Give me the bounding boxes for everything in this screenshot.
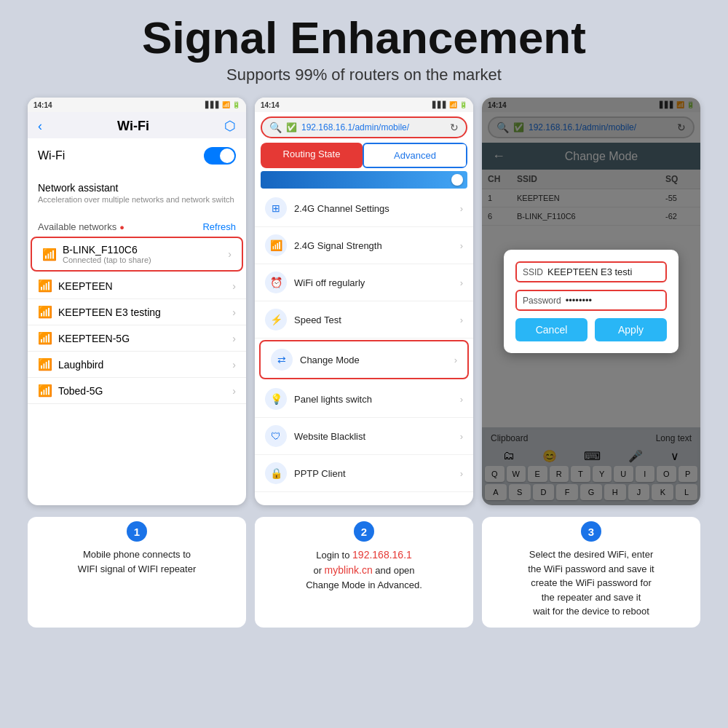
wifi-network-keepteen[interactable]: 📶 KEEPTEEN › (28, 273, 246, 299)
menu-item-speed-test[interactable]: ⚡ Speed Test › (255, 301, 473, 339)
modal-overlay: SSID KEEPTEEN E3 testi Password ••••••••… (482, 98, 700, 505)
chevron-change-mode: › (454, 355, 457, 365)
wifi-toggle-row: Wi-Fi (28, 138, 246, 173)
steps-row: 1 Mobile phone connects toWIFI signal of… (0, 511, 728, 635)
pptp-icon: 🔒 (265, 462, 287, 484)
phone2-network-icons: ▋▋▋ 📶 🔋 (432, 101, 467, 108)
main-subtitle: Supports 99% of routers on the market (7, 66, 721, 84)
chevron-panel: › (460, 394, 463, 405)
step-1-text: Mobile phone connects toWIFI signal of W… (28, 543, 246, 585)
wifi-icon-0: 📶 (38, 279, 52, 293)
wifi-off-icon: ⏰ (265, 272, 287, 293)
connected-network-info: B-LINK_F110C6 Connected (tap to share) (63, 244, 151, 264)
menu-item-panel-lights[interactable]: 💡 Panel lights switch › (255, 381, 473, 418)
menu-item-signal[interactable]: 📶 2.4G Signal Strength › (255, 227, 473, 264)
available-networks-label: Available networks ● (38, 221, 124, 232)
step-2-number-container: 2 (255, 517, 473, 543)
password-label: Password (523, 296, 561, 306)
change-mode-icon: ⇄ (271, 349, 293, 371)
wifi-network-laughbird[interactable]: 📶 Laughbird › (28, 352, 246, 378)
phones-row: 14:14 ▋▋▋ 📶 🔋 ‹ Wi-Fi ⬡ Wi-Fi Network as… (0, 90, 728, 511)
phone1-network-icons: ▋▋▋ 📶 🔋 (205, 101, 240, 108)
wifi-toggle[interactable] (204, 147, 236, 165)
step-2-box: 2 Login to 192.168.16.1 or myblink.cn an… (255, 517, 473, 628)
menu-item-channel[interactable]: ⊞ 2.4G Channel Settings › (255, 190, 473, 227)
step-3-number: 3 (581, 521, 601, 542)
phone1-status-bar: 14:14 ▋▋▋ 📶 🔋 (28, 98, 246, 112)
channel-icon: ⊞ (265, 197, 287, 219)
ssid-field[interactable]: SSID KEEPTEEN E3 testi (515, 261, 667, 282)
phone1-topbar: ‹ Wi-Fi ⬡ (28, 112, 246, 138)
menu-item-change-mode[interactable]: ⇄ Change Mode › (259, 340, 469, 379)
secure-icon: ✅ (286, 122, 297, 132)
step-1-number: 1 (127, 521, 147, 542)
reload-icon[interactable]: ↻ (450, 122, 459, 133)
step-2-link-1: 192.168.16.1 (352, 549, 412, 561)
step-3-text: Select the desired WiFi, enter the WiFi … (482, 543, 700, 628)
chevron-signal: › (460, 240, 463, 251)
url-text: 192.168.16.1/admin/mobile/ (301, 122, 446, 132)
phone-1: 14:14 ▋▋▋ 📶 🔋 ‹ Wi-Fi ⬡ Wi-Fi Network as… (28, 98, 246, 505)
modal-buttons: Cancel Apply (515, 318, 667, 341)
refresh-button[interactable]: Refresh (202, 221, 236, 232)
step-1-number-container: 1 (28, 517, 246, 543)
phone1-back-button[interactable]: ‹ (38, 119, 42, 134)
step-3-number-container: 3 (482, 517, 700, 543)
wifi-toggle-label: Wi-Fi (38, 149, 65, 162)
main-title: Signal Enhancement (7, 13, 721, 63)
network-assistant[interactable]: Network assistant Acceleration over mult… (28, 175, 246, 211)
phone1-wifi-title: Wi-Fi (117, 119, 149, 134)
wifi-icon-2: 📶 (38, 331, 52, 345)
phone-2: 14:14 ▋▋▋ 📶 🔋 🔍 ✅ 192.168.16.1/admin/mob… (255, 98, 473, 505)
menu-item-pptp[interactable]: 🔒 PPTP Client › (255, 455, 473, 492)
phone-3: 14:14 ▋▋▋ 📶 🔋 🔍 ✅ 192.168.16.1/admin/mob… (482, 98, 700, 505)
wifi-network-keepteen-e3[interactable]: 📶 KEEPTEEN E3 testing › (28, 299, 246, 325)
wifi-icon-connected: 📶 (42, 248, 57, 261)
step-1-box: 1 Mobile phone connects toWIFI signal of… (28, 517, 246, 628)
search-icon: 🔍 (269, 122, 282, 133)
connected-network[interactable]: 📶 B-LINK_F110C6 Connected (tap to share)… (31, 237, 243, 272)
chevron-wifi-off: › (460, 277, 463, 288)
chevron-channel: › (460, 203, 463, 214)
available-networks-header: Available networks ● Refresh (28, 217, 246, 235)
tab-routing-state[interactable]: Routing State (261, 143, 363, 168)
tab-bar: Routing State Advanced (261, 143, 467, 168)
connected-network-status: Connected (tap to share) (63, 256, 151, 264)
step-2-text: Login to 192.168.16.1 or myblink.cn and … (255, 543, 473, 601)
chevron-pptp: › (460, 468, 463, 479)
signal-icon: 📶 (265, 234, 287, 256)
chevron-right-icon: › (228, 248, 232, 260)
password-field[interactable]: Password •••••••• (515, 290, 667, 311)
step-2-number: 2 (354, 521, 374, 542)
slider-dot (451, 174, 463, 186)
network-assistant-title: Network assistant (38, 182, 236, 194)
wifi-icon-1: 📶 (38, 305, 52, 319)
step-2-link-2: myblink.cn (325, 564, 373, 576)
ssid-label: SSID (523, 267, 543, 277)
chevron-speed: › (460, 314, 463, 325)
menu-item-blacklist[interactable]: 🛡 Website Blacklist › (255, 418, 473, 455)
page-header: Signal Enhancement Supports 99% of route… (0, 0, 728, 90)
phone1-scan-icon[interactable]: ⬡ (224, 118, 236, 134)
phone1-time: 14:14 (33, 101, 52, 109)
tab-advanced[interactable]: Advanced (363, 143, 467, 168)
step-3-box: 3 Select the desired WiFi, enter the WiF… (482, 517, 700, 628)
phone2-url-bar[interactable]: 🔍 ✅ 192.168.16.1/admin/mobile/ ↻ (261, 116, 467, 138)
phone2-time: 14:14 (261, 101, 280, 109)
chevron-blacklist: › (460, 431, 463, 442)
menu-item-wifi-off[interactable]: ⏰ WiFi off regularly › (255, 264, 473, 301)
wifi-icon-4: 📶 (38, 384, 52, 397)
wifi-network-keepteen-5g[interactable]: 📶 KEEPTEEN-5G › (28, 325, 246, 352)
wifi-network-tobed-5g[interactable]: 📶 Tobed-5G › (28, 378, 246, 404)
cancel-button[interactable]: Cancel (515, 318, 587, 341)
connected-network-name: B-LINK_F110C6 (63, 244, 151, 256)
slider-indicator (261, 171, 467, 189)
blacklist-icon: 🛡 (265, 425, 287, 447)
password-value: •••••••• (566, 295, 660, 306)
phone2-status-bar: 14:14 ▋▋▋ 📶 🔋 (255, 98, 473, 112)
ssid-value: KEEPTEEN E3 testi (547, 266, 660, 277)
wifi-icon-3: 📶 (38, 357, 52, 371)
network-assistant-subtitle: Acceleration over multiple networks and … (38, 195, 236, 204)
apply-button[interactable]: Apply (595, 318, 667, 341)
speed-icon: ⚡ (265, 309, 287, 331)
